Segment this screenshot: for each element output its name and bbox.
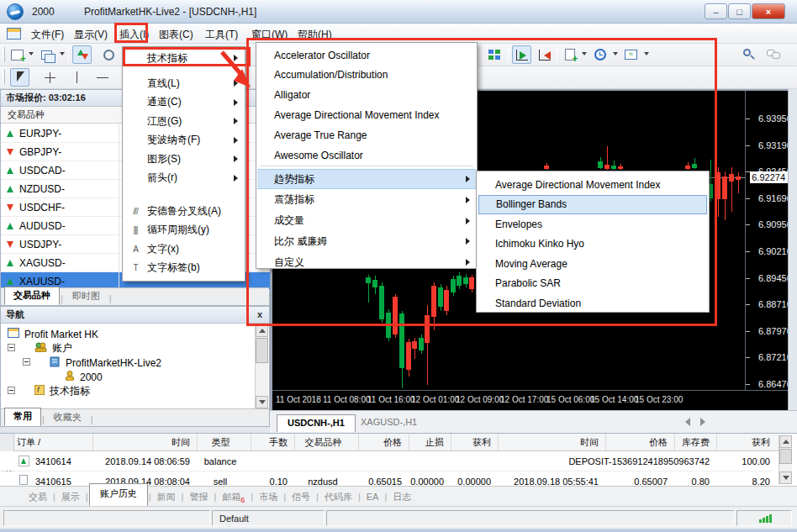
navigator-tab-1[interactable]: 收藏夹: [45, 409, 90, 426]
navigator-tab-0[interactable]: 常用: [4, 408, 41, 426]
vertical-line-button[interactable]: [67, 68, 87, 87]
trend-menu-item-4[interactable]: Moving Average: [478, 254, 707, 273]
insert-menu-item[interactable]: 直线(L): [124, 74, 244, 92]
indicator-menu-item[interactable]: Accelerator Oscillator: [257, 45, 476, 65]
indicators-dropdown-caret[interactable]: [582, 52, 587, 55]
trend-menu-item-6[interactable]: Standard Deviation: [478, 293, 707, 313]
toolbar-grip[interactable]: [3, 70, 5, 85]
column-header-7[interactable]: 获利: [451, 434, 494, 451]
scroll-down-button[interactable]: [256, 396, 268, 408]
insert-menu-item[interactable]: 斐波纳奇(F): [124, 131, 244, 150]
navigator-item[interactable]: ProfitMarketHK-Live2: [50, 356, 161, 370]
terminal-tab-7[interactable]: 信号: [287, 489, 315, 505]
trend-menu-item-3[interactable]: Ichimoku Kinko Hyo: [478, 234, 707, 254]
insert-menu-item[interactable]: 箭头(r): [124, 169, 244, 187]
toolbar-grip[interactable]: [3, 47, 5, 62]
insert-menu-item[interactable]: T文字标签(b): [124, 259, 244, 277]
terminal-tab-1[interactable]: 展示: [56, 489, 85, 505]
indicator-group-1[interactable]: 震荡指标: [257, 190, 476, 210]
new-order-button[interactable]: [99, 45, 119, 64]
new-chart-dropdown-caret[interactable]: [29, 52, 34, 55]
insert-menu-item[interactable]: ///安德鲁分叉线(A): [124, 202, 244, 220]
search-button[interactable]: [738, 45, 757, 64]
templates-button[interactable]: ≈: [621, 45, 641, 64]
terminal-tab-3[interactable]: 新闻: [152, 489, 181, 505]
column-header-9[interactable]: 价格: [605, 434, 671, 451]
auto-scroll-button[interactable]: [512, 45, 531, 64]
minimize-button[interactable]: –: [705, 3, 727, 19]
column-header-5[interactable]: 价格: [358, 434, 405, 451]
indicators-list-button[interactable]: +: [560, 45, 579, 64]
templates-dropdown-caret[interactable]: [644, 52, 649, 55]
periods-dropdown-caret[interactable]: [613, 52, 618, 55]
insert-menu-item[interactable]: A文字(x): [124, 240, 244, 258]
column-header-4[interactable]: 交易品种: [294, 434, 355, 451]
indicator-menu-item[interactable]: Alligator: [257, 86, 476, 105]
trend-menu-item-2[interactable]: Envelopes: [478, 214, 707, 234]
market-watch-tab-0[interactable]: 交易品种: [4, 287, 60, 305]
trend-menu-item-1[interactable]: Bollinger Bands: [478, 195, 707, 214]
indicator-menu-item[interactable]: Average True Range: [257, 125, 476, 145]
profiles-dropdown-caret[interactable]: [60, 52, 65, 55]
column-header-10[interactable]: 库存费: [674, 434, 713, 451]
insert-menu-item[interactable]: 图形(S): [124, 150, 244, 168]
menubar-item-6[interactable]: 帮助(H): [294, 26, 335, 41]
terminal-tab-9[interactable]: EA: [362, 490, 384, 503]
indicator-menu-item[interactable]: Accumulation/Distribution: [257, 66, 476, 85]
column-header-3[interactable]: 手数: [251, 434, 291, 451]
navigator-item[interactable]: 账户: [34, 341, 72, 356]
terminal-tab-4[interactable]: 警报: [184, 489, 213, 505]
menubar-item-4[interactable]: 工具(T): [202, 26, 241, 41]
indicator-group-0[interactable]: 趋势指标: [257, 169, 476, 189]
crosshair-button[interactable]: [40, 68, 60, 87]
navigator-close-icon[interactable]: x: [254, 309, 266, 321]
menu-item-technical-indicators[interactable]: 技术指标: [124, 49, 244, 67]
terminal-tab-5[interactable]: 邮箱6: [217, 489, 250, 505]
periods-button[interactable]: [590, 45, 610, 64]
chart-tab-scroll-right-icon[interactable]: [700, 418, 705, 426]
trend-menu-item-0[interactable]: Average Directional Movement Index: [478, 175, 707, 194]
insert-menu-item[interactable]: 通道(C): [124, 93, 244, 112]
navigator-scrollbar[interactable]: [255, 324, 268, 408]
trend-menu-item-5[interactable]: Parabolic SAR: [478, 274, 707, 293]
column-header-11[interactable]: 获利: [716, 434, 773, 451]
horizontal-line-button[interactable]: [92, 68, 112, 87]
cursor-button[interactable]: [10, 68, 29, 87]
indicator-group-3[interactable]: 比尔 威廉姆: [257, 231, 476, 251]
terminal-tab-10[interactable]: 日志: [388, 489, 416, 505]
scrollbar-thumb[interactable]: [779, 449, 792, 464]
column-header-6[interactable]: 止损: [409, 434, 447, 451]
market-watch-tab-1[interactable]: 即时图: [64, 288, 108, 305]
navigator-item[interactable]: Profit Market HK: [8, 327, 98, 341]
column-header-8[interactable]: 时间: [498, 434, 602, 451]
insert-menu-item[interactable]: 江恩(G): [124, 112, 244, 130]
restore-button[interactable]: □: [728, 3, 751, 19]
column-header-2[interactable]: 类型: [197, 434, 247, 451]
market-watch-toggle-button[interactable]: [72, 45, 92, 64]
terminal-tab-8[interactable]: 代码库: [319, 489, 357, 505]
insert-menu-item[interactable]: |||循环周期线(y): [124, 221, 244, 240]
chart-tab-0[interactable]: USDCNH-,H1: [277, 414, 356, 432]
menubar-item-3[interactable]: 图表(C): [156, 26, 197, 41]
table-row[interactable]: 34106142018.09.14 08:06:59balanceDEPOSIT…: [0, 451, 779, 471]
navigator-item[interactable]: f技术指标: [34, 384, 90, 398]
profiles-button[interactable]: [37, 45, 56, 64]
indicator-group-2[interactable]: 成交量: [257, 211, 476, 231]
expand-toggle[interactable]: [8, 344, 15, 351]
chart-tab-scroll-left-icon[interactable]: [685, 418, 690, 426]
scroll-up-button[interactable]: [256, 324, 268, 337]
close-button[interactable]: ×: [752, 3, 785, 19]
column-header-0[interactable]: 订单 /: [17, 434, 91, 451]
panel-splitter[interactable]: [0, 427, 270, 433]
new-chart-button[interactable]: +: [8, 45, 27, 64]
indicator-menu-item[interactable]: Average Directional Movement Index: [257, 105, 476, 124]
chart-shift-button[interactable]: [535, 45, 554, 64]
menubar-item-5[interactable]: 窗口(W): [248, 26, 291, 41]
terminal-tab-0[interactable]: 交易: [24, 489, 52, 505]
menubar-item-1[interactable]: 显示(V): [71, 26, 111, 41]
chart-tab-1[interactable]: XAGUSD-,H1: [351, 414, 427, 432]
terminal-tab-6[interactable]: 市场: [254, 489, 282, 505]
indicator-menu-item[interactable]: Awesome Oscillator: [257, 145, 476, 165]
menubar-item-0[interactable]: 文件(F): [28, 26, 67, 41]
scrollbar-thumb[interactable]: [256, 338, 268, 363]
